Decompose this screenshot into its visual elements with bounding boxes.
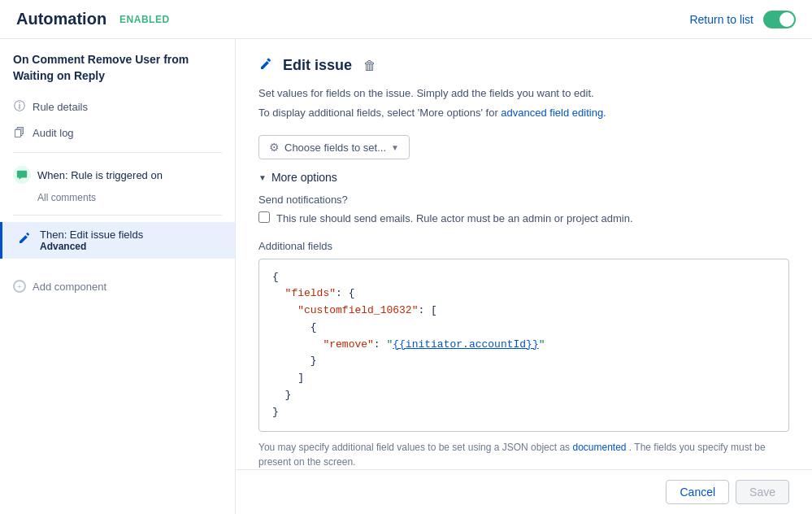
send-emails-checkbox[interactable]: [258, 211, 270, 223]
send-emails-row: This rule should send emails. Rule actor…: [258, 211, 789, 227]
edit-icon: [15, 229, 33, 247]
sidebar-item-label: Audit log: [33, 127, 74, 139]
action-text: Then: Edit issue fields Advanced: [40, 229, 143, 252]
advanced-field-link[interactable]: advanced field editing.: [501, 107, 606, 119]
code-line-6: }: [272, 353, 775, 370]
code-line-9: }: [272, 404, 775, 421]
choose-fields-button[interactable]: ⚙ Choose fields to set... ▼: [258, 135, 410, 159]
sidebar: On Comment Remove User from Waiting on R…: [0, 39, 236, 514]
info-circle-icon: ⓘ: [13, 100, 26, 113]
sidebar-divider: [13, 152, 222, 153]
more-options-toggle[interactable]: ▼ More options: [258, 171, 789, 184]
action-section[interactable]: Then: Edit issue fields Advanced: [0, 222, 235, 259]
app-title: Automation: [16, 10, 106, 28]
description-2: To display additional fields, select 'Mo…: [258, 105, 789, 121]
trigger-label: When: Rule is triggered on: [37, 169, 163, 181]
add-component[interactable]: + Add component: [0, 272, 235, 301]
edit-issue-icon: [258, 55, 275, 76]
checkbox-label: This rule should send emails. Rule actor…: [276, 211, 633, 227]
edit-issue-header: Edit issue 🗑: [258, 55, 789, 76]
add-component-label: Add component: [33, 281, 106, 293]
sidebar-divider-2: [13, 215, 222, 216]
pencil-icon: [18, 232, 31, 245]
bottom-actions: Cancel Save: [236, 469, 812, 514]
status-badge: ENABLED: [119, 14, 170, 25]
edit-issue-title: Edit issue: [283, 57, 352, 74]
rule-title: On Comment Remove User from Waiting on R…: [0, 52, 235, 94]
code-line-5: "remove": "{{initiator.accountId}}": [272, 337, 775, 354]
return-to-list-link[interactable]: Return to list: [689, 13, 753, 26]
code-line-3: "customfield_10632": [: [272, 303, 775, 320]
code-line-4: {: [272, 320, 775, 337]
collapse-arrow-icon: ▼: [258, 173, 267, 182]
trash-icon[interactable]: 🗑: [363, 59, 376, 73]
app-header: Automation ENABLED Return to list: [0, 0, 812, 39]
file-text-icon: 🗍: [13, 126, 26, 139]
save-button[interactable]: Save: [736, 480, 789, 504]
choose-fields-label: Choose fields to set...: [284, 142, 386, 154]
documented-link[interactable]: documented: [572, 442, 626, 453]
pencil-blue-icon: [258, 55, 275, 72]
trigger-icon: [13, 166, 31, 184]
code-editor[interactable]: { "fields": { "customfield_10632": [ { "…: [258, 259, 789, 432]
code-line-1: {: [272, 269, 775, 286]
gear-icon: ⚙: [269, 141, 280, 154]
trigger-sublabel: All comments: [0, 190, 235, 208]
sidebar-item-label: Rule details: [33, 101, 88, 113]
cancel-button[interactable]: Cancel: [666, 480, 729, 504]
code-line-2: "fields": {: [272, 285, 775, 303]
sidebar-item-audit-log[interactable]: 🗍 Audit log: [0, 120, 235, 146]
code-line-7: ]: [272, 370, 775, 387]
enabled-toggle[interactable]: [763, 11, 796, 28]
sidebar-item-rule-details[interactable]: ⓘ Rule details: [0, 94, 235, 120]
code-line-8: }: [272, 387, 775, 404]
comment-icon: [16, 169, 28, 181]
main-layout: On Comment Remove User from Waiting on R…: [0, 39, 812, 514]
additional-fields-label: Additional fields: [258, 240, 789, 252]
footer-note: You may specify additional field values …: [258, 440, 789, 469]
main-content: Edit issue 🗑 Set values for fields on th…: [236, 39, 812, 514]
trigger-section[interactable]: When: Rule is triggered on: [0, 159, 235, 190]
action-sublabel: Advanced: [40, 241, 143, 252]
add-circle-icon: +: [13, 280, 26, 293]
send-notifications-label: Send notifications?: [258, 194, 789, 206]
header-right: Return to list: [689, 11, 796, 28]
more-options-label: More options: [271, 171, 337, 184]
chevron-down-icon: ▼: [391, 143, 399, 152]
action-label: Then: Edit issue fields: [40, 229, 143, 241]
description-1: Set values for fields on the issue. Simp…: [258, 85, 789, 102]
